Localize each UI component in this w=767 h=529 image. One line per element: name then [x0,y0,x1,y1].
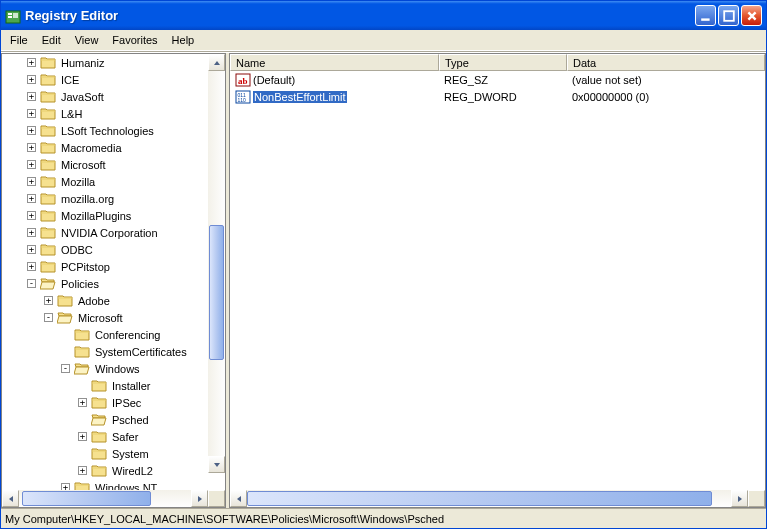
title-bar[interactable]: Registry Editor [1,1,766,30]
tree-node[interactable]: +ODBC [4,241,225,258]
expand-icon[interactable]: + [78,466,87,475]
tree-node[interactable]: +Macromedia [4,139,225,156]
minimize-button[interactable] [695,5,716,26]
tree-node[interactable]: +Adobe [4,292,225,309]
close-button[interactable] [741,5,762,26]
menu-edit[interactable]: Edit [35,32,68,48]
menu-favorites[interactable]: Favorites [105,32,164,48]
collapse-icon[interactable]: - [27,279,36,288]
expand-icon[interactable]: + [27,58,36,67]
tree-node[interactable]: +WiredL2 [4,462,225,479]
expand-icon[interactable]: + [61,483,70,490]
tree-node-label: Psched [110,412,151,428]
svg-text:ab: ab [238,76,248,86]
scroll-right-button[interactable] [191,490,208,507]
expand-icon[interactable]: + [27,160,36,169]
tree-node[interactable]: -Policies [4,275,225,292]
tree-horizontal-scrollbar[interactable] [2,490,225,507]
tree-node[interactable]: Installer [4,377,225,394]
svg-rect-2 [8,16,12,18]
tree-node[interactable]: +Microsoft [4,156,225,173]
value-type: REG_SZ [439,73,567,87]
scroll-up-button[interactable] [208,54,225,71]
folder-icon [40,260,56,273]
tree-node[interactable]: -Microsoft [4,309,225,326]
tree-node[interactable]: +Humaniz [4,54,225,71]
tree-node-label: JavaSoft [59,89,106,105]
folder-open-icon [57,311,73,324]
collapse-icon[interactable]: - [61,364,70,373]
folder-icon [74,345,90,358]
tree-node-label: SystemCertificates [93,344,189,360]
col-name-header[interactable]: Name [230,54,439,71]
value-data: (value not set) [567,73,765,87]
expand-icon[interactable]: + [27,92,36,101]
status-path: My Computer\HKEY_LOCAL_MACHINE\SOFTWARE\… [5,513,444,525]
expand-icon[interactable]: + [78,398,87,407]
folder-icon [91,447,107,460]
tree-node[interactable]: +LSoft Technologies [4,122,225,139]
value-row[interactable]: ab(Default)REG_SZ(value not set) [230,71,765,88]
expand-icon[interactable]: + [27,245,36,254]
tree-node[interactable]: +L&H [4,105,225,122]
tree-node[interactable]: -Windows [4,360,225,377]
folder-open-icon [91,413,107,426]
scroll-left-button[interactable] [2,490,19,507]
expand-icon[interactable]: + [27,262,36,271]
menu-view[interactable]: View [68,32,106,48]
tree-node[interactable]: +MozillaPlugins [4,207,225,224]
svg-rect-3 [13,13,18,18]
tree-node-label: Conferencing [93,327,162,343]
expand-icon[interactable]: + [27,194,36,203]
expand-icon[interactable]: + [27,109,36,118]
tree-node[interactable]: +PCPitstop [4,258,225,275]
expand-icon[interactable]: + [27,75,36,84]
scroll-left-button[interactable] [230,490,247,507]
tree-node[interactable]: System [4,445,225,462]
tree-node[interactable]: +IPSec [4,394,225,411]
tree-node[interactable]: +mozilla.org [4,190,225,207]
expand-icon[interactable]: + [27,211,36,220]
expand-icon[interactable]: + [27,143,36,152]
folder-icon [74,481,90,490]
tree-node-label: ODBC [59,242,95,258]
tree-node[interactable]: +Safer [4,428,225,445]
tree-node[interactable]: Psched [4,411,225,428]
col-type-header[interactable]: Type [439,54,567,71]
scroll-down-button[interactable] [208,456,225,473]
tree-node[interactable]: +Windows NT [4,479,225,490]
values-pane: Name Type Data ab(Default)REG_SZ(value n… [229,53,766,508]
status-bar: My Computer\HKEY_LOCAL_MACHINE\SOFTWARE\… [1,508,766,528]
list-horizontal-scrollbar[interactable] [230,490,765,507]
folder-icon [40,192,56,205]
tree-node[interactable]: +Mozilla [4,173,225,190]
no-expander [78,449,87,458]
expand-icon[interactable]: + [27,126,36,135]
scroll-right-button[interactable] [731,490,748,507]
tree-node[interactable]: +NVIDIA Corporation [4,224,225,241]
expand-icon[interactable]: + [78,432,87,441]
tree-node[interactable]: +ICE [4,71,225,88]
collapse-icon[interactable]: - [44,313,53,322]
app-icon [5,8,21,24]
folder-icon [40,124,56,137]
tree-vertical-scrollbar[interactable] [208,54,225,473]
tree-node[interactable]: SystemCertificates [4,343,225,360]
folder-icon [40,209,56,222]
tree-node-label: Humaniz [59,55,106,71]
tree-node[interactable]: Conferencing [4,326,225,343]
tree-node-label: Mozilla [59,174,97,190]
tree-node-label: L&H [59,106,84,122]
value-row[interactable]: 011110NonBestEffortLimitREG_DWORD0x00000… [230,88,765,105]
expand-icon[interactable]: + [27,228,36,237]
expand-icon[interactable]: + [27,177,36,186]
menu-help[interactable]: Help [165,32,202,48]
no-expander [78,415,87,424]
menu-bar: File Edit View Favorites Help [1,30,766,51]
menu-file[interactable]: File [3,32,35,48]
maximize-button[interactable] [718,5,739,26]
col-data-header[interactable]: Data [567,54,765,71]
folder-icon [40,158,56,171]
expand-icon[interactable]: + [44,296,53,305]
tree-node[interactable]: +JavaSoft [4,88,225,105]
